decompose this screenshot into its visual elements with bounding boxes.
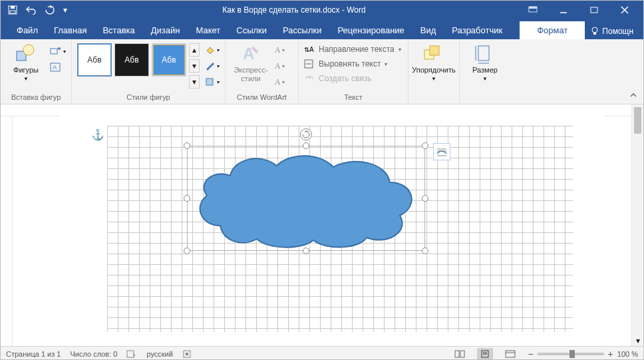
gallery-more-button[interactable]: ▾ xyxy=(189,75,200,89)
shape-style-1[interactable]: Абв xyxy=(77,43,112,77)
zoom-level[interactable]: 100 % xyxy=(617,350,638,358)
svg-rect-2 xyxy=(10,11,15,13)
tab-layout[interactable]: Макет xyxy=(188,21,228,39)
align-text-icon xyxy=(304,59,315,69)
align-text-button[interactable]: Выровнять текст▾ xyxy=(304,57,387,71)
rotate-handle[interactable] xyxy=(300,128,312,140)
tab-developer[interactable]: Разработчик xyxy=(444,21,510,39)
tab-mailings[interactable]: Рассылки xyxy=(275,21,329,39)
scroll-thumb[interactable] xyxy=(634,107,641,134)
macro-icon xyxy=(182,349,192,359)
gallery-scroll-down[interactable]: ▾ xyxy=(189,59,200,73)
print-layout-button[interactable] xyxy=(477,348,493,360)
tab-view[interactable]: Вид xyxy=(412,21,444,39)
spellcheck-status[interactable] xyxy=(126,349,137,359)
draw-textbox-button[interactable]: A xyxy=(50,61,66,74)
tab-review[interactable]: Рецензирование xyxy=(329,21,412,39)
shape-outline-button[interactable]: ▾ xyxy=(205,59,220,73)
scroll-down-button[interactable]: ▾ xyxy=(632,335,643,346)
shapes-gallery-button[interactable]: Фигуры ▼ xyxy=(6,42,46,82)
shape-effects-button[interactable]: ▾ xyxy=(205,75,220,89)
tab-insert[interactable]: Вставка xyxy=(94,21,142,39)
arrange-button[interactable]: Упорядочить ▼ xyxy=(414,42,454,82)
tab-design[interactable]: Дизайн xyxy=(143,21,188,39)
window-controls xyxy=(518,1,639,19)
shape-selection[interactable] xyxy=(187,146,425,251)
group-label: Текст xyxy=(304,92,402,104)
vertical-scrollbar[interactable]: ▴ ▾ xyxy=(631,104,643,346)
gallery-scroll-up[interactable]: ▴ xyxy=(189,43,200,57)
ribbon-options-button[interactable] xyxy=(518,1,548,19)
undo-button[interactable] xyxy=(23,3,39,17)
svg-text:A: A xyxy=(53,64,57,71)
wordart-quick-styles-button[interactable]: A Экспресс- стили xyxy=(231,42,271,83)
vertical-ruler[interactable] xyxy=(1,116,13,346)
tell-me-button[interactable]: Помощн xyxy=(585,24,639,39)
tab-references[interactable]: Ссылки xyxy=(228,21,275,39)
svg-point-9 xyxy=(592,27,597,33)
save-button[interactable] xyxy=(5,3,21,17)
resize-handle-se[interactable] xyxy=(422,248,428,254)
resize-handle-nw[interactable] xyxy=(184,142,190,149)
text-effects-button[interactable]: A▾ xyxy=(275,75,285,89)
create-link-button[interactable]: Создать связь xyxy=(304,71,371,86)
pen-icon xyxy=(205,61,216,71)
size-button[interactable]: Размер ▼ xyxy=(465,42,505,82)
resize-handle-w[interactable] xyxy=(184,195,190,202)
title-bar: ▾ Как в Ворде сделать сетки.docx - Word xyxy=(1,1,643,19)
close-button[interactable] xyxy=(610,1,639,19)
qat-customize-button[interactable]: ▾ xyxy=(61,3,70,17)
minimize-button[interactable] xyxy=(549,1,578,19)
document-canvas[interactable]: ⚓ xyxy=(1,104,631,346)
language-status[interactable]: русский xyxy=(146,350,172,358)
edit-shape-button[interactable]: ▾ xyxy=(50,45,66,58)
page-number-status[interactable]: Страница 1 из 1 xyxy=(6,350,61,358)
svg-rect-6 xyxy=(591,7,597,13)
group-insert-shapes: Фигуры ▼ ▾ A Вставка фигур xyxy=(1,39,72,104)
window-title: Как в Ворде сделать сетки.docx - Word xyxy=(70,5,518,15)
effects-icon xyxy=(205,77,216,87)
document-area: ⚓ ▴ ▾ xyxy=(1,104,643,346)
resize-handle-e[interactable] xyxy=(422,195,428,202)
zoom-slider-knob[interactable] xyxy=(569,350,575,358)
wordart-icon: A xyxy=(240,43,261,65)
text-outline-button[interactable]: A▾ xyxy=(275,59,285,73)
layout-options-button[interactable] xyxy=(433,143,450,160)
resize-handle-sw[interactable] xyxy=(184,248,190,254)
text-fill-button[interactable]: A▾ xyxy=(275,43,285,57)
shape-style-2[interactable]: Абв xyxy=(114,43,149,77)
group-label: Стили фигур xyxy=(77,92,220,104)
svg-rect-15 xyxy=(51,49,57,54)
svg-rect-35 xyxy=(186,353,188,355)
zoom-out-button[interactable]: − xyxy=(528,349,533,359)
maximize-button[interactable] xyxy=(579,1,609,19)
resize-handle-s[interactable] xyxy=(303,248,309,254)
shapes-icon xyxy=(15,43,37,65)
read-mode-button[interactable] xyxy=(452,348,468,360)
web-layout-button[interactable] xyxy=(502,348,518,360)
text-direction-button[interactable]: ⇅A Направление текста▾ xyxy=(304,42,401,57)
svg-rect-26 xyxy=(430,46,439,55)
shape-fill-button[interactable]: ▾ xyxy=(205,43,220,57)
tab-file[interactable]: Файл xyxy=(9,21,46,39)
svg-rect-4 xyxy=(529,7,537,9)
group-label: Вставка фигур xyxy=(6,92,66,104)
zoom-in-button[interactable]: + xyxy=(608,349,613,359)
dropdown-caret-icon: ▼ xyxy=(23,76,29,82)
tab-format[interactable]: Формат xyxy=(520,21,585,39)
collapse-ribbon-button[interactable] xyxy=(627,89,639,101)
anchor-icon: ⚓ xyxy=(91,128,104,141)
macro-status[interactable] xyxy=(182,349,192,359)
group-wordart-styles: A Экспресс- стили A▾ A▾ A▾ Стили WordArt xyxy=(226,39,299,104)
arrange-icon xyxy=(423,43,444,65)
resize-handle-n[interactable] xyxy=(303,142,309,149)
word-count-status[interactable]: Число слов: 0 xyxy=(70,350,117,358)
ribbon: Фигуры ▼ ▾ A Вставка фигур Абв Абв Абв ▴… xyxy=(1,39,643,104)
redo-button[interactable] xyxy=(42,3,58,17)
zoom-slider[interactable] xyxy=(538,353,604,355)
shape-style-3[interactable]: Абв xyxy=(152,43,186,77)
resize-handle-ne[interactable] xyxy=(422,142,428,149)
group-arrange: Упорядочить ▼ xyxy=(408,39,460,104)
tab-home[interactable]: Главная xyxy=(46,21,94,39)
link-icon xyxy=(304,74,315,83)
